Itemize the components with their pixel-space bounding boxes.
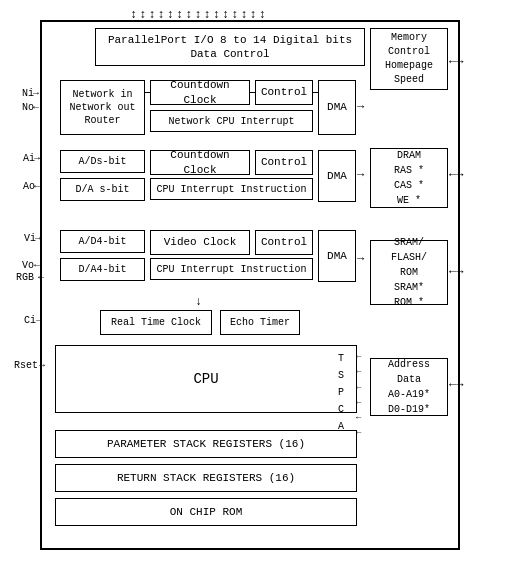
cpu-interrupt-3-label: CPU Interrupt Instruction bbox=[156, 263, 306, 276]
network-line1: Network in bbox=[72, 88, 132, 101]
mem-control-line1: Memory bbox=[391, 31, 427, 45]
cpu-box: CPU bbox=[55, 345, 357, 413]
network-box: Network in Network out Router bbox=[60, 80, 145, 135]
on-chip-rom-label: ON CHIP ROM bbox=[170, 505, 243, 519]
countdown-clock-2-label: Countdown Clock bbox=[151, 148, 249, 177]
control-2-box: Control bbox=[255, 150, 313, 175]
control-3-label: Control bbox=[261, 235, 307, 249]
dram-arrow: ←→ bbox=[449, 168, 463, 182]
dma-1-label: DMA bbox=[327, 100, 347, 114]
on-chip-rom-box: ON CHIP ROM bbox=[55, 498, 357, 526]
cpu-interrupt-3-box: CPU Interrupt Instruction bbox=[150, 258, 313, 280]
sram-line1: SRAM/ bbox=[394, 235, 424, 250]
countdown-clock-1-label: Countdown Clock bbox=[151, 78, 249, 107]
mem-control-line3: Homepage bbox=[385, 59, 433, 73]
ad-box: A/Ds-bit bbox=[60, 150, 145, 173]
dma-3-label: DMA bbox=[327, 249, 347, 263]
ni-arrow: → bbox=[33, 88, 39, 99]
sram-line3: ROM bbox=[400, 265, 418, 280]
vert-arrow: ↓ bbox=[195, 295, 202, 309]
control-3-box: Control bbox=[255, 230, 313, 255]
ci-label: Ci bbox=[24, 315, 36, 326]
sram-arrow: ←→ bbox=[449, 265, 463, 279]
addr-arrow: ←→ bbox=[449, 378, 463, 392]
ci-arrow: → bbox=[36, 315, 42, 326]
param-stack-label: PARAMETER STACK REGISTERS (16) bbox=[107, 437, 305, 451]
cpu-interrupt-2-label: CPU Interrupt Instruction bbox=[156, 183, 306, 196]
video-clock-label: Video Clock bbox=[164, 235, 237, 249]
mem-control-line2: Control bbox=[388, 45, 430, 59]
conn-line-2 bbox=[250, 92, 255, 93]
echo-timer-label: Echo Timer bbox=[230, 316, 290, 329]
cpu-interrupt-1-box: Network CPU Interrupt bbox=[150, 110, 313, 132]
addr-box: Address Data A0-A19* D0-D19* bbox=[370, 358, 448, 416]
dma-2-label: DMA bbox=[327, 169, 347, 183]
rtclock-label: Real Time Clock bbox=[111, 316, 201, 329]
control-2-label: Control bbox=[261, 155, 307, 169]
da-label: D/A s-bit bbox=[75, 183, 129, 196]
sram-line5: ROM * bbox=[394, 295, 424, 310]
vo-arrow: ← bbox=[34, 260, 40, 271]
rgb-label: RGB bbox=[16, 272, 34, 283]
cpu-interrupt-1-label: Network CPU Interrupt bbox=[168, 115, 294, 128]
cpu-reg-p: P bbox=[338, 384, 344, 401]
network-line2: Network out bbox=[69, 101, 135, 114]
param-stack-box: PARAMETER STACK REGISTERS (16) bbox=[55, 430, 357, 458]
sram-line2: FLASH/ bbox=[391, 250, 427, 265]
mem-control-arrow: ←→ bbox=[449, 55, 463, 69]
cpu-reg-t: T bbox=[338, 350, 344, 367]
sram-line4: SRAM* bbox=[394, 280, 424, 295]
conn-line-1 bbox=[145, 92, 150, 93]
rset-arrow: → bbox=[39, 360, 45, 371]
addr-line2: Data bbox=[397, 372, 421, 387]
dram-line2: RAS * bbox=[394, 163, 424, 178]
cpu-reg-s: S bbox=[338, 367, 344, 384]
vid-da-box: D/A4-bit bbox=[60, 258, 145, 281]
video-clock-box: Video Clock bbox=[150, 230, 250, 255]
cpu-reg-c: C bbox=[338, 401, 344, 418]
dma3-right-arrow: → bbox=[357, 252, 364, 266]
vid-ad-label: A/D4-bit bbox=[78, 235, 126, 248]
vo-label: Vo bbox=[22, 260, 34, 271]
rgb-arrow: ← bbox=[38, 272, 44, 283]
return-stack-box: RETURN STACK REGISTERS (16) bbox=[55, 464, 357, 492]
addr-line4: D0-D19* bbox=[388, 402, 430, 417]
rtclock-box: Real Time Clock bbox=[100, 310, 212, 335]
countdown-clock-2-box: Countdown Clock bbox=[150, 150, 250, 175]
addr-line1: Address bbox=[388, 357, 430, 372]
no-arrow: ← bbox=[33, 102, 39, 113]
dma-1-box: DMA bbox=[318, 80, 356, 135]
countdown-clock-1-box: Countdown Clock bbox=[150, 80, 250, 105]
vi-arrow: → bbox=[35, 233, 41, 244]
dma2-right-arrow: → bbox=[357, 168, 364, 182]
dma-3-box: DMA bbox=[318, 230, 356, 282]
dma1-right-arrow: → bbox=[357, 100, 364, 114]
cpu-label: CPU bbox=[193, 370, 218, 388]
ad-label: A/Ds-bit bbox=[78, 155, 126, 168]
cpu-reg-arrows: ← ← ← ← ← ← bbox=[356, 350, 361, 442]
ao-arrow: ← bbox=[34, 181, 40, 192]
diagram: ↕↕↕↕↕↕↕↕↕↕↕↕↕↕↕ ParallelPort I/O 8 to 14… bbox=[0, 0, 510, 567]
echo-timer-box: Echo Timer bbox=[220, 310, 300, 335]
vid-ad-box: A/D4-bit bbox=[60, 230, 145, 253]
vid-da-label: D/A4-bit bbox=[78, 263, 126, 276]
cpu-interrupt-2-box: CPU Interrupt Instruction bbox=[150, 178, 313, 200]
control-1-label: Control bbox=[261, 85, 307, 99]
parallel-port-line2: Data Control bbox=[108, 47, 352, 61]
ai-arrow: → bbox=[34, 153, 40, 164]
rset-label: Rset bbox=[14, 360, 38, 371]
sram-box: SRAM/ FLASH/ ROM SRAM* ROM * bbox=[370, 240, 448, 305]
dram-line3: CAS * bbox=[394, 178, 424, 193]
conn-line-3 bbox=[313, 92, 318, 93]
parallel-port-box: ParallelPort I/O 8 to 14 Digital bits Da… bbox=[95, 28, 365, 66]
addr-line3: A0-A19* bbox=[388, 387, 430, 402]
dma-2-box: DMA bbox=[318, 150, 356, 202]
dram-box: DRAM RAS * CAS * WE * bbox=[370, 148, 448, 208]
return-stack-label: RETURN STACK REGISTERS (16) bbox=[117, 471, 295, 485]
network-line3: Router bbox=[84, 114, 120, 127]
control-1-box: Control bbox=[255, 80, 313, 105]
mem-control-line4: Speed bbox=[394, 73, 424, 87]
dram-line4: WE * bbox=[397, 193, 421, 208]
dram-line1: DRAM bbox=[397, 148, 421, 163]
da-box: D/A s-bit bbox=[60, 178, 145, 201]
